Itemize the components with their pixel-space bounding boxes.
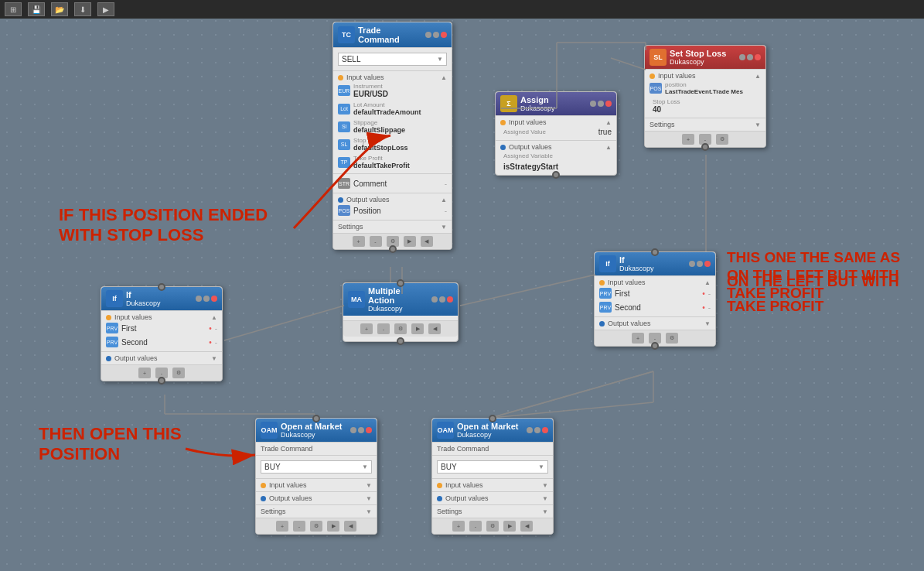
assign-node: Σ Assign Dukascopy Input values ▲ Assign… — [495, 91, 617, 176]
svg-line-3 — [491, 371, 653, 418]
multiple-action-header: MA Multiple Action Dukascopy — [343, 283, 458, 316]
max-icon[interactable] — [598, 101, 604, 107]
inputs-expand[interactable]: ▲ — [441, 74, 447, 81]
toolbar-save-button[interactable]: 💾 — [28, 2, 45, 16]
if-left-inputs-section: Input values ▲ PRV First • - PRV Second … — [101, 310, 222, 351]
stop-loss-icon: SL — [338, 139, 350, 150]
if-node-left: If If Dukascopy Input values ▲ PRV First… — [101, 286, 223, 381]
lot-amount-row: Lot Lot Amount defaultTradeAmount — [338, 100, 447, 118]
toolbar-export-button[interactable]: ⬇ — [74, 2, 91, 16]
if-right-second-row: PRV Second • - — [599, 300, 711, 314]
svg-line-13 — [491, 402, 653, 418]
if-left-outputs-section: Output values ▼ — [101, 351, 222, 364]
footer-btn-1[interactable]: + — [353, 236, 365, 247]
comment-icon: STR — [338, 178, 350, 189]
comment-section: STR Comment - — [333, 173, 452, 193]
oam-right-buy-section: BUY ▼ — [432, 455, 553, 478]
if-node-right: If If Dukascopy Input values ▲ PRV First… — [594, 251, 716, 347]
if-right-inputs-section: Input values ▲ PRV First • - PRV Second … — [595, 275, 715, 316]
trade-command-header: TC Trade Command — [333, 22, 452, 47]
sell-select[interactable]: SELL ▼ — [338, 53, 447, 66]
oam-right-settings-section: Settings ▼ — [432, 504, 553, 518]
oam-right-arrow-icon: ▼ — [538, 463, 544, 470]
assign-inputs-section: Input values ▲ Assigned Value true — [496, 115, 616, 140]
footer-btn-2[interactable]: - — [370, 236, 382, 247]
assign-outputs-section: Output values ▲ Assigned Variable isStra… — [496, 140, 616, 175]
position-icon: POS — [338, 205, 350, 216]
inputs-section: Input values ▲ EUR Instrument EUR/USD Lo… — [333, 70, 452, 173]
minimize-icon[interactable] — [425, 32, 431, 38]
trade-command-node: TC Trade Command SELL ▼ Input values ▲ E… — [332, 22, 452, 250]
trade-command-title: Trade Command — [358, 26, 422, 44]
oam-right-outputs-section: Output values ▼ — [432, 491, 553, 504]
set-stop-loss-header: SL Set Stop Loss Dukascopy — [645, 46, 765, 69]
trade-command-icon: TC — [338, 26, 355, 43]
trade-command-output-connector — [389, 245, 397, 253]
toolbar-grid-button[interactable]: ⊞ — [5, 2, 22, 16]
if-right-top-connector — [651, 248, 659, 256]
comment-row: STR Comment - — [338, 176, 447, 190]
close-icon[interactable] — [605, 101, 612, 107]
lot-icon: Lot — [338, 104, 350, 115]
open-at-market-right-node: OAM Open at Market Dukascopy Trade Comma… — [431, 418, 554, 535]
assigned-value-row: Assigned Value true — [500, 126, 612, 138]
slippage-icon: Sl — [338, 121, 350, 132]
outputs-section: Output values ▲ POS Position - — [333, 193, 452, 220]
ssl-position-row: POS position LastTradeEvent.Trade Mes — [650, 80, 761, 97]
settings-expand[interactable]: ▼ — [441, 224, 447, 231]
oam-left-top-connector — [312, 415, 320, 422]
oam-left-footer: + - ⚙ ▶ ◀ — [256, 518, 377, 534]
open-at-market-left-node: OAM Open at Market Dukascopy Trade Comma… — [255, 418, 377, 535]
open-position-annotation: THEN OPEN THIS POSITION — [39, 424, 224, 465]
svg-line-10 — [460, 275, 595, 306]
if-left-output-connector — [158, 377, 165, 385]
oam-left-trade-section: Trade Command — [256, 442, 377, 455]
stoploss-annotation: IF THIS POSITION ENDED WITH STOP LOSS — [59, 205, 298, 246]
if-right-icon: If — [599, 255, 616, 272]
ssl-footer-btn-1[interactable]: + — [682, 134, 694, 145]
outputs-expand[interactable]: ▲ — [441, 197, 447, 203]
sameas-annotation-line3: TAKE PROFIT — [727, 298, 919, 316]
oam-right-trade-section: Trade Command — [432, 442, 553, 455]
if-left-icon: If — [106, 290, 123, 307]
oam-right-footer: + - ⚙ ▶ ◀ — [432, 518, 553, 534]
oam-left-outputs-section: Output values ▼ — [256, 491, 377, 504]
footer-btn-5[interactable]: ◀ — [421, 236, 433, 247]
sell-section: SELL ▼ — [333, 47, 452, 70]
set-stop-loss-icon: SL — [650, 49, 667, 66]
assign-header: Σ Assign Dukascopy — [496, 92, 616, 115]
multi-top-connector — [397, 279, 404, 287]
min-icon[interactable] — [590, 101, 596, 107]
oam-left-header-icons — [350, 427, 372, 433]
ssl-output-connector — [701, 143, 709, 151]
toolbar-run-button[interactable]: ▶ — [97, 2, 114, 16]
set-stop-loss-header-icons — [739, 54, 761, 60]
footer-btn-4[interactable]: ▶ — [404, 236, 416, 247]
set-stop-loss-node: SL Set Stop Loss Dukascopy Input values … — [644, 45, 766, 148]
ssl-footer-btn-3[interactable]: ⚙ — [716, 134, 728, 145]
take-profit-icon: TP — [338, 157, 350, 168]
outputs-dot — [338, 197, 343, 203]
position-row: POS Position - — [338, 203, 447, 217]
ssl-stoploss-row: Stop Loss 40 — [650, 97, 761, 115]
inputs-label: Input values ▲ — [338, 74, 447, 81]
stop-loss-row: SL Stop Loss defaultStopLoss — [338, 135, 447, 153]
if-right-output-connector — [651, 342, 659, 350]
toolbar-load-button[interactable]: 📂 — [51, 2, 68, 16]
oam-left-buy-select[interactable]: BUY ▼ — [261, 460, 372, 474]
oam-right-top-connector — [489, 415, 496, 422]
oam-left-settings-section: Settings ▼ — [256, 504, 377, 518]
oam-right-buy-select[interactable]: BUY ▼ — [437, 460, 548, 474]
close-icon[interactable] — [441, 32, 447, 38]
settings-label: Settings ▼ — [338, 223, 447, 231]
ssl-inputs-section: Input values ▲ POS position LastTradeEve… — [645, 69, 765, 118]
assign-icon: Σ — [500, 95, 517, 112]
outputs-label: Output values ▲ — [338, 196, 447, 203]
if-left-second-row: PRV Second • - — [106, 335, 217, 349]
oam-left-inputs-section: Input values ▼ — [256, 478, 377, 491]
svg-line-4 — [491, 371, 653, 418]
max-icon[interactable] — [433, 32, 439, 38]
oam-left-arrow-icon: ▼ — [362, 463, 368, 470]
oam-left-buy-section: BUY ▼ — [256, 455, 377, 478]
if-right-outputs-section: Output values ▼ — [595, 316, 715, 330]
